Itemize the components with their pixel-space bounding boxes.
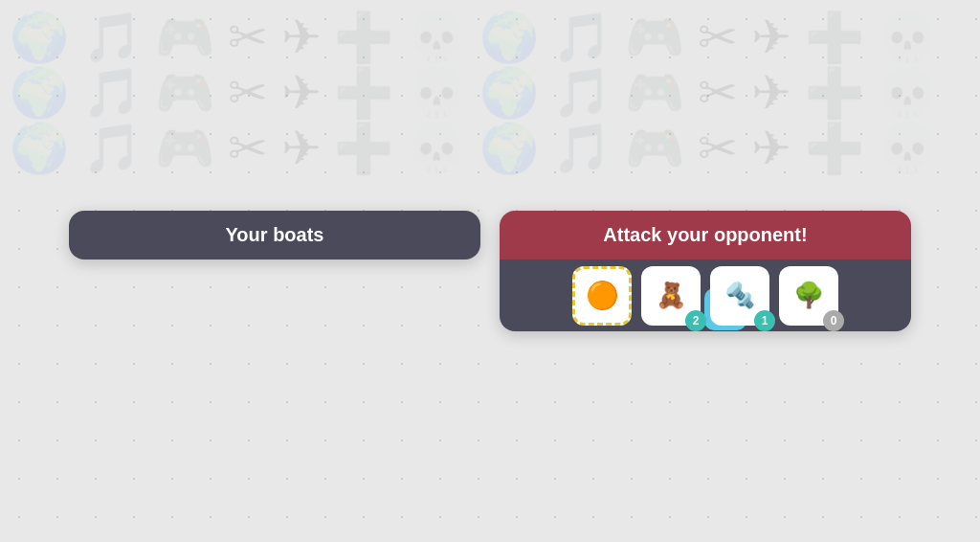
nuke-badge: 2: [685, 310, 706, 331]
left-panel-title: Your boats: [226, 224, 324, 245]
missile-badge: 1: [754, 310, 775, 331]
right-panel: Attack your opponent! ☠ ☠ ☠ 🟠 🧸 2 🔩 1: [500, 211, 911, 331]
right-panel-header: Attack your opponent!: [500, 211, 911, 260]
weapon-torpedo[interactable]: 🟠: [572, 266, 632, 326]
right-panel-title: Attack your opponent!: [603, 224, 807, 245]
tree-badge: 0: [823, 310, 844, 331]
panels-container: Your boats ☠ ☠ ☠: [69, 211, 911, 331]
left-panel-header: Your boats: [69, 211, 480, 260]
nuke-icon: 🧸: [656, 281, 686, 310]
weapon-missile[interactable]: 🔩 1: [710, 266, 769, 326]
weapon-tree[interactable]: 🌳 0: [779, 266, 838, 326]
left-panel: Your boats ☠ ☠ ☠: [69, 211, 480, 260]
torpedo-icon: 🟠: [586, 280, 619, 311]
missile-icon: 🔩: [724, 281, 755, 310]
weapon-nuke[interactable]: 🧸 2: [641, 266, 701, 326]
tree-icon: 🌳: [793, 281, 824, 310]
